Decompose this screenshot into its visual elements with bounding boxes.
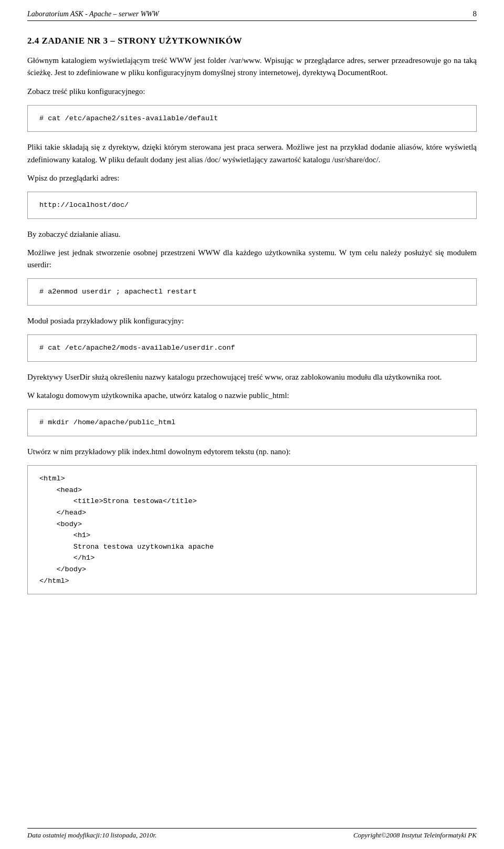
section-heading: 2.4 Zadanie nr 3 – Strony użytkowników [27, 36, 477, 46]
page-footer: Data ostatniej modyfikacji:10 listopada,… [27, 828, 477, 840]
paragraph-3: Pliki takie składają się z dyrektyw, dzi… [27, 141, 477, 166]
paragraph-6: Możliwe jest jednak stworzenie osobnej p… [27, 247, 477, 271]
paragraph-10: Utwórz w nim przykładowy plik index.html… [27, 446, 477, 458]
paragraph-1: Głównym katalogiem wyświetlającym treść … [27, 55, 477, 79]
footer-right: Copyright©2008 Instytut Teleinformatyki … [353, 831, 477, 840]
code-block-4: # cat /etc/apache2/mods-available/userdi… [27, 334, 477, 362]
code-block-3: # a2enmod userdir ; apachectl restart [27, 278, 477, 306]
page-header: Laboratorium ASK - Apache – serwer WWW 8 [27, 9, 477, 21]
header-page-num: 8 [473, 9, 477, 18]
paragraph-2: Zobacz treść pliku konfiguracyjnego: [27, 86, 477, 98]
code-block-5: # mkdir /home/apache/public_html [27, 409, 477, 436]
header-title: Laboratorium ASK - Apache – serwer WWW [27, 10, 159, 18]
paragraph-4: Wpisz do przeglądarki adres: [27, 172, 477, 184]
paragraph-9: W katalogu domowym użytkownika apache, u… [27, 390, 477, 402]
code-block-6: <html> <head> <title>Strona testowa</tit… [27, 465, 477, 594]
paragraph-5: By zobaczyć działanie aliasu. [27, 228, 477, 240]
footer-left: Data ostatniej modyfikacji:10 listopada,… [27, 831, 156, 840]
code-block-2: http://localhost/doc/ [27, 192, 477, 219]
code-block-1: # cat /etc/apache2/sites-available/defau… [27, 105, 477, 132]
paragraph-7: Moduł posiada przykładowy plik konfigura… [27, 315, 477, 327]
paragraph-8: Dyrektywy UserDir służą określeniu nazwy… [27, 371, 477, 383]
